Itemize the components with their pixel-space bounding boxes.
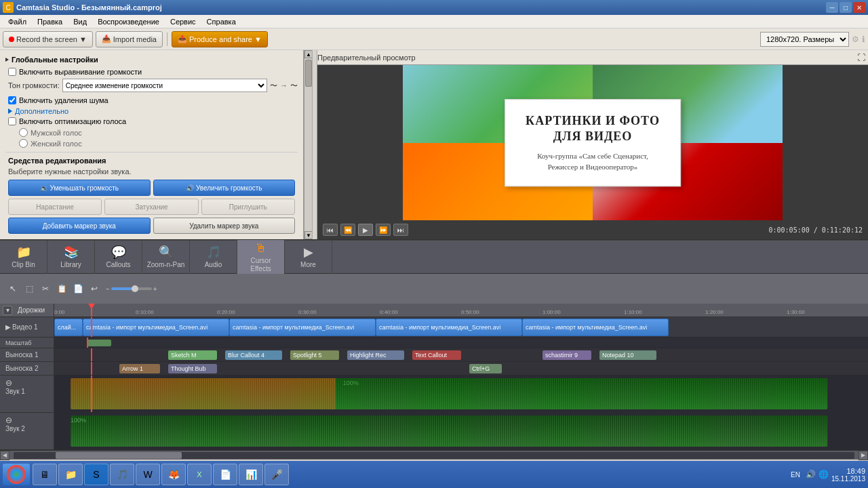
fadein-button[interactable]: Нарастание — [8, 199, 102, 215]
scroll-right-button[interactable]: ▶ — [859, 451, 868, 460]
menu-edit[interactable]: Правка — [32, 16, 68, 27]
female-voice-radio[interactable] — [19, 139, 28, 148]
menu-file[interactable]: Файл — [3, 16, 32, 27]
titlebar: C Camtasia Studio - Безымянный.camproj ─… — [0, 0, 868, 15]
taskbar-app-excel[interactable]: X — [187, 464, 212, 485]
scale-clip[interactable] — [87, 340, 111, 346]
menu-service[interactable]: Сервис — [165, 16, 201, 27]
taskbar-app-1[interactable]: 🖥 — [33, 464, 57, 485]
callout-ctrlg[interactable]: Ctrl+G — [469, 364, 502, 373]
play-button[interactable]: ▶ — [358, 224, 373, 236]
settings-scrollbar[interactable]: ▲ ▼ — [304, 50, 312, 239]
audio2-overlay — [71, 415, 827, 447]
scroll-thumb[interactable] — [56, 452, 182, 459]
video-clip-1[interactable]: слай... — [54, 319, 83, 336]
record-screen-button[interactable]: Record the screen ▼ — [3, 31, 93, 47]
clipbin-icon: 📁 — [16, 245, 31, 260]
callout-text[interactable]: Text Callout — [412, 350, 461, 360]
remove-marker-button[interactable]: Удалить маркер звука — [153, 218, 296, 234]
menu-view[interactable]: Вид — [68, 16, 92, 27]
callout-thought[interactable]: Thought Bub — [168, 364, 217, 373]
resolution-select[interactable]: 868x488. Размеры — [760, 32, 849, 47]
callouts-tool[interactable]: 💬 Callouts — [95, 240, 142, 274]
more-tool[interactable]: ▶ More — [285, 240, 332, 274]
step-back-button[interactable]: ⏪ — [340, 224, 355, 236]
zoom-pan-tool[interactable]: 🔍 Zoom-n-Pan — [142, 240, 190, 274]
paste-tool[interactable]: 📄 — [71, 281, 85, 296]
callout-arrow[interactable]: Arrow 1 — [119, 364, 160, 373]
step-forward-button[interactable]: ⏩ — [376, 224, 391, 236]
rewind-end-button[interactable]: ⏭ — [393, 224, 408, 236]
mute-button[interactable]: Приглушить — [201, 199, 295, 215]
scroll-left-button[interactable]: ◀ — [0, 451, 9, 460]
voice-optimize-checkbox[interactable] — [8, 117, 16, 125]
video-clip-4[interactable]: camtasia - импорт мультимедиа_Screen.avi — [376, 319, 522, 336]
minimize-button[interactable]: ─ — [826, 2, 838, 13]
decrease-volume-button[interactable]: 🔉 Уменьшать громкость — [8, 180, 151, 196]
taskbar-app-2[interactable]: 📁 — [58, 464, 83, 485]
male-voice-radio[interactable] — [19, 128, 28, 137]
zoom-slider[interactable] — [111, 287, 152, 290]
male-voice-row: Мужской голос — [5, 128, 298, 137]
close-button[interactable]: ✕ — [853, 2, 865, 13]
volume-normalize-checkbox[interactable] — [8, 68, 16, 76]
taskbar-app-ppt[interactable]: 📊 — [239, 464, 263, 485]
select-tool[interactable]: ⬚ — [22, 281, 37, 296]
edit-section-title: Средства редактирования — [5, 157, 298, 165]
split-tool[interactable]: ✂ — [38, 281, 53, 296]
toolbar-separator — [167, 33, 167, 46]
fadeout-button[interactable]: Затухание — [104, 199, 198, 215]
taskbar-app-pdf[interactable]: 📄 — [213, 464, 237, 485]
settings-panel-wrapper: Глобальные настройки Включить выравниван… — [0, 50, 312, 239]
audio2-track: 100% — [54, 413, 868, 450]
toolbar-right: 868x488. Размеры ⚙ ℹ — [760, 32, 865, 47]
scroll-thumb[interactable] — [305, 60, 312, 87]
copy-tool[interactable]: 📋 — [54, 281, 69, 296]
import-media-button[interactable]: 📥 Import media — [96, 31, 163, 47]
add-marker-button[interactable]: Добавить маркер звука — [8, 218, 151, 234]
library-tool[interactable]: 📚 Library — [47, 240, 95, 274]
record-icon — [9, 37, 14, 42]
audio2-label: ⊖ Звук 2 — [0, 413, 54, 450]
undo-tool[interactable]: ↩ — [87, 281, 102, 296]
taskbar-app-word[interactable]: W — [136, 464, 160, 485]
callout-schastimir[interactable]: schastimir 9 — [542, 350, 591, 360]
video-clip-3[interactable]: camtasia - импорт мультимедиа_Screen.avi — [229, 319, 376, 336]
callout-sketch[interactable]: Sketch M — [168, 350, 217, 360]
waveform-icons: 〜 → 〜 — [270, 81, 298, 91]
taskbar-app-media[interactable]: 🎤 — [264, 464, 289, 485]
taskbar-app-skype[interactable]: S — [84, 464, 108, 485]
callout-blur[interactable]: Blur Callout 4 — [225, 350, 282, 360]
maximize-button[interactable]: □ — [840, 2, 852, 13]
callout-spotlight[interactable]: Spotlight 5 — [290, 350, 339, 360]
playhead-head — [88, 304, 95, 309]
rewind-start-button[interactable]: ⏮ — [323, 224, 338, 236]
callout-highlight-rec[interactable]: Highlight Rec — [347, 350, 404, 360]
menu-help[interactable]: Справка — [201, 16, 241, 27]
clipbin-tool[interactable]: 📁 Clip Bin — [0, 240, 47, 274]
taskbar-app-firefox[interactable]: 🦊 — [161, 464, 186, 485]
volume-normalize-row: Включить выравнивание громкости — [5, 68, 298, 76]
produce-share-button[interactable]: 📤 Produce and share ▼ — [172, 31, 268, 47]
callout-notepad[interactable]: Notepad 10 — [599, 350, 656, 360]
scroll-track-inner[interactable] — [14, 452, 854, 459]
video1-label: ▶ Видео 1 — [0, 317, 54, 338]
menu-playback[interactable]: Воспроизведение — [92, 16, 165, 27]
video-clip-2[interactable]: camtasia - импорт мультимедиа_Screen.avi — [83, 319, 229, 336]
video-clip-5[interactable]: camtasia - импорт мультимедиа_Screen.avi — [522, 319, 669, 336]
increase-volume-button[interactable]: 🔊 Увеличить громкость — [153, 180, 296, 196]
taskbar-app-audio[interactable]: 🎵 — [110, 464, 134, 485]
noise-remove-checkbox[interactable] — [8, 96, 16, 104]
tracks-toggle[interactable]: ▾ — [3, 306, 12, 315]
fade-buttons-row: Нарастание Затухание Приглушить — [5, 199, 298, 215]
audio-tool[interactable]: 🎵 Audio — [190, 240, 237, 274]
preview-text-overlay: КАРТИНКИ И ФОТОДЛЯ ВИДЕО Коуч-группа «Са… — [505, 99, 681, 187]
panel-resize-handle[interactable] — [312, 50, 317, 239]
library-icon: 📚 — [64, 245, 79, 260]
start-button[interactable] — [3, 464, 30, 485]
additional-row[interactable]: Дополнительно — [5, 107, 298, 115]
tone-select[interactable]: Среднее изменение громкости — [62, 79, 267, 92]
pointer-tool[interactable]: ↖ — [5, 281, 20, 296]
cursor-effects-tool[interactable]: 🖱 Cursor Effects — [237, 240, 285, 274]
preview-fullscreen-button[interactable]: ⛶ — [857, 53, 865, 62]
